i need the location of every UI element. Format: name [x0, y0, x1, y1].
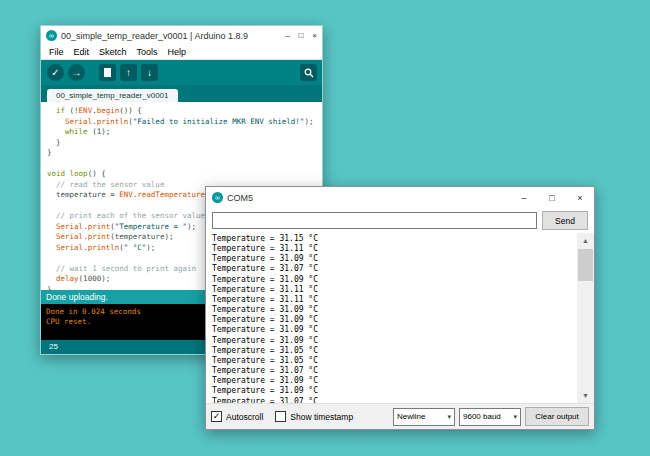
- tab-sketch[interactable]: 00_simple_temp_reader_v0001: [47, 89, 178, 102]
- serial-line: Temperature = 31.09 °C: [212, 376, 576, 386]
- line-ending-select[interactable]: Newline ▾: [393, 408, 455, 426]
- arrow-down-icon: ↓: [147, 68, 152, 78]
- close-icon[interactable]: ×: [566, 193, 594, 203]
- scrollbar[interactable]: ▲ ▼: [577, 233, 594, 403]
- new-sketch-button[interactable]: [99, 64, 116, 81]
- autoscroll-label: Autoscroll: [226, 412, 263, 422]
- serial-line: Temperature = 31.09 °C: [212, 336, 576, 346]
- show-timestamp-checkbox[interactable]: Show timestamp: [275, 411, 353, 422]
- menu-tools[interactable]: Tools: [132, 47, 163, 57]
- arduino-logo-icon: ∞: [212, 192, 223, 203]
- serial-line: Temperature = 31.09 °C: [212, 386, 576, 396]
- serial-line: Temperature = 31.09 °C: [212, 325, 576, 335]
- maximize-icon[interactable]: □: [298, 31, 303, 41]
- code-line: while (1);: [47, 127, 322, 138]
- menu-file[interactable]: File: [44, 47, 69, 57]
- code-line: void loop() {: [47, 169, 322, 180]
- serial-line: Temperature = 31.09 °C: [212, 275, 576, 285]
- ide-toolbar: ✓ → ↑ ↓: [41, 60, 322, 85]
- show-timestamp-label: Show timestamp: [290, 412, 353, 422]
- scroll-thumb[interactable]: [578, 249, 593, 281]
- minimize-icon[interactable]: –: [285, 31, 289, 41]
- status-text: Done uploading.: [46, 292, 108, 302]
- monitor-window-title: COM5: [227, 193, 504, 203]
- upload-button[interactable]: →: [68, 64, 85, 81]
- serial-line: Temperature = 31.07 °C: [212, 397, 576, 404]
- minimize-icon[interactable]: –: [510, 193, 538, 203]
- menu-help[interactable]: Help: [163, 47, 192, 57]
- serial-monitor-button[interactable]: [300, 64, 317, 81]
- send-button[interactable]: Send: [542, 211, 588, 230]
- monitor-bottom-bar: ✓ Autoscroll Show timestamp Newline ▾ 96…: [206, 403, 594, 429]
- monitor-window-controls: – □ ×: [510, 193, 594, 203]
- serial-line: Temperature = 31.09 °C: [212, 305, 576, 315]
- clear-output-button[interactable]: Clear output: [525, 407, 589, 426]
- code-line: }: [47, 148, 322, 159]
- checkbox-unchecked-icon: [275, 411, 286, 422]
- arduino-logo-icon: ∞: [46, 30, 57, 41]
- ide-menubar: FileEditSketchToolsHelp: [41, 45, 322, 60]
- maximize-icon[interactable]: □: [538, 193, 566, 203]
- serial-line: Temperature = 31.15 °C: [212, 234, 576, 244]
- save-button[interactable]: ↓: [141, 64, 158, 81]
- baud-rate-select[interactable]: 9600 baud ▾: [459, 408, 521, 426]
- close-icon[interactable]: ×: [312, 31, 317, 41]
- monitor-titlebar: ∞ COM5 – □ ×: [206, 187, 594, 208]
- serial-input[interactable]: [212, 212, 537, 229]
- current-line-number: 25: [49, 342, 58, 351]
- chevron-down-icon: ▾: [513, 413, 517, 421]
- serial-line: Temperature = 31.11 °C: [212, 295, 576, 305]
- new-file-icon: [104, 68, 111, 77]
- baud-rate-value: 9600 baud: [463, 412, 513, 421]
- magnifier-icon: [304, 68, 314, 78]
- ide-window-title: 00_simple_temp_reader_v0001 | Arduino 1.…: [61, 31, 279, 41]
- code-line: if (!ENV.begin()) {: [47, 106, 322, 117]
- serial-output-area: Temperature = 31.15 °CTemperature = 31.1…: [206, 233, 594, 403]
- arrow-up-icon: ↑: [126, 68, 131, 78]
- serial-send-row: Send: [206, 208, 594, 233]
- code-line: Serial.println("Failed to initialize MKR…: [47, 117, 322, 128]
- serial-monitor-window: ∞ COM5 – □ × Send Temperature = 31.15 °C…: [205, 186, 595, 430]
- serial-line: Temperature = 31.09 °C: [212, 254, 576, 264]
- ide-tabbar: 00_simple_temp_reader_v0001: [41, 85, 322, 102]
- chevron-down-icon: ▾: [447, 413, 451, 421]
- checkbox-checked-icon: ✓: [211, 411, 222, 422]
- arrow-right-icon: →: [72, 68, 82, 78]
- menu-edit[interactable]: Edit: [69, 47, 95, 57]
- line-ending-value: Newline: [397, 412, 447, 421]
- open-button[interactable]: ↑: [120, 64, 137, 81]
- scroll-up-icon[interactable]: ▲: [577, 233, 594, 248]
- desktop: ∞ 00_simple_temp_reader_v0001 | Arduino …: [0, 0, 650, 456]
- autoscroll-checkbox[interactable]: ✓ Autoscroll: [211, 411, 263, 422]
- ide-titlebar: ∞ 00_simple_temp_reader_v0001 | Arduino …: [41, 26, 322, 45]
- serial-line: Temperature = 31.11 °C: [212, 285, 576, 295]
- menu-sketch[interactable]: Sketch: [94, 47, 132, 57]
- code-line: }: [47, 138, 322, 149]
- code-line: [47, 159, 322, 170]
- serial-line: Temperature = 31.07 °C: [212, 366, 576, 376]
- verify-button[interactable]: ✓: [47, 64, 64, 81]
- check-icon: ✓: [51, 68, 59, 78]
- serial-line: Temperature = 31.11 °C: [212, 244, 576, 254]
- serial-output: Temperature = 31.15 °CTemperature = 31.1…: [212, 234, 576, 403]
- scroll-down-icon[interactable]: ▼: [577, 388, 594, 403]
- serial-line: Temperature = 31.09 °C: [212, 315, 576, 325]
- ide-window-controls: – □ ×: [285, 31, 317, 41]
- serial-line: Temperature = 31.05 °C: [212, 356, 576, 366]
- serial-line: Temperature = 31.05 °C: [212, 346, 576, 356]
- serial-line: Temperature = 31.07 °C: [212, 264, 576, 274]
